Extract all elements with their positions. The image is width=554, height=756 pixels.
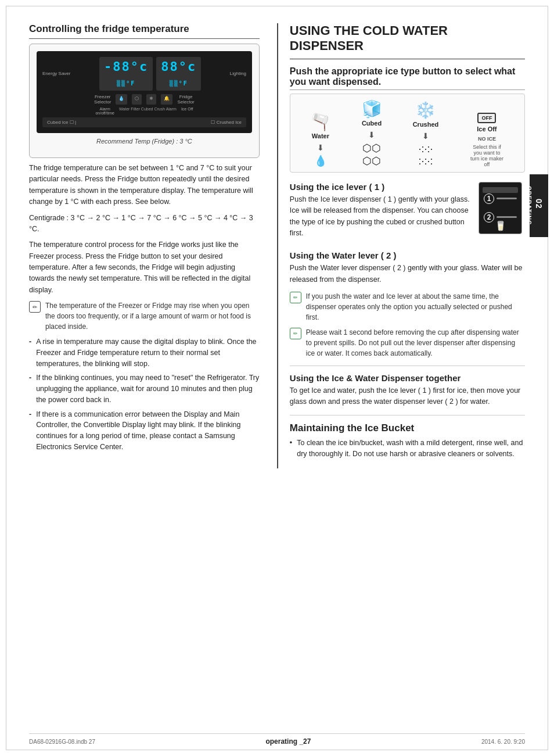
ice-lever-text: Using the ice lever ( 1 ) Push the Ice l… (290, 182, 473, 244)
bullet-list: - A rise in temperature may cause the di… (29, 336, 260, 453)
bullet-text-3: If there is a communication error betwee… (36, 409, 260, 453)
icons-row: FreezerSelector 💧 ⬡ ❄ 🔔 FridgeSelector (42, 94, 246, 105)
display-strip (483, 187, 518, 193)
lever-num-1: 1 (484, 194, 494, 204)
bullet-text-2: If the blinking continues, you may need … (36, 372, 260, 405)
lever1-title: Using the ice lever ( 1 ) (290, 182, 473, 192)
cubed-ice-label: Cubed Ice ☐ | (47, 120, 76, 125)
ice-off-label: Ice Off (477, 126, 497, 132)
water-sub: 💧 (314, 155, 327, 167)
crushed-label: Crushed (413, 121, 439, 128)
crushed-arrow: ⬇ (422, 131, 429, 141)
water-note-2: ✏ Please wait 1 second before removing t… (290, 327, 525, 359)
crushed-icon: ❄️ (415, 102, 436, 119)
note-text-1: The temperature of the Freezer or Fridge… (45, 300, 260, 332)
temp-display: -88°c▒▒°F 88°c▒▒°F (99, 57, 201, 91)
ice-lever-section: Using the ice lever ( 1 ) Push the Ice l… (290, 182, 525, 244)
cubed-btn: ⬡ (132, 94, 142, 105)
cubed-sub: ⬡⬡⬡⬡ (362, 142, 381, 167)
bullet-item-2: - If the blinking continues, you may nee… (29, 372, 260, 405)
crushed-btn: ❄ (146, 94, 156, 105)
fridge-bottom: Cubed Ice ☐ | ☐ Crushed Ice (42, 117, 246, 127)
lever-diagram: 1 2 🥛 (479, 182, 522, 234)
dispenser-icons: 🫗 Water ⬇ 💧 🧊 Cubed ⬇ ⬡⬡⬡⬡ ❄️ Crushed ⬇ … (290, 94, 525, 173)
side-tab-text: OPERATING (526, 186, 532, 225)
body-text-2: Centigrade : 3 °C → 2 °C → 1 °C → 7 °C →… (29, 213, 260, 235)
fridge-label: FridgeSelector (177, 94, 194, 105)
footer-page: operating _27 (265, 737, 311, 746)
crushed-ice-label: ☐ Crushed Ice (211, 120, 241, 125)
water-arrow: ⬇ (317, 143, 324, 152)
lighting-label: Lighting (230, 71, 246, 77)
side-tab-num: 02 (534, 199, 544, 209)
together-title: Using the Ice & Water Dispenser together (290, 373, 525, 383)
lever1-body: Push the Ice lever dispenser ( 1 ) gentl… (290, 194, 473, 239)
water-icon: 🫗 (310, 114, 330, 130)
freezer-label: FreezerSelector (94, 94, 111, 105)
no-ice-text: NO ICE (478, 136, 496, 142)
page-footer: DA68-02916G-08.indb 27 operating _27 201… (29, 733, 525, 746)
water-note-1: ✏ If you push the water and Ice lever at… (290, 291, 525, 323)
right-column: USING THE COLD WATER DISPENSER Push the … (278, 23, 525, 468)
bullet-text-1: A rise in temperature may cause the digi… (36, 336, 260, 369)
water-label: Water (312, 132, 329, 139)
freezer-temp: -88°c▒▒°F (99, 57, 153, 91)
cubed-icon: 🧊 (362, 101, 382, 117)
left-section-title: Controlling the fridge temperature (29, 23, 260, 39)
ice-off-box: OFF (477, 113, 496, 123)
no-ice-sub: Select this if you want to turn ice make… (469, 144, 504, 167)
water-note-icon-2: ✏ (290, 328, 301, 339)
recommend-text: Recommend Temp (Fridge) : 3 °C (37, 138, 252, 145)
fridge-panel: Energy Saver -88°c▒▒°F 88°c▒▒°F Lighting… (37, 51, 252, 133)
glass-icon: 🥛 (495, 220, 506, 231)
disp-crushed: ❄️ Crushed ⬇ ·:·:·:·:·: (413, 102, 439, 167)
note-icon-1: ✏ (29, 301, 41, 313)
bucket-body: To clean the ice bin/bucket, wash with a… (297, 438, 525, 460)
water-note-text-2: Please wait 1 second before removing the… (306, 327, 525, 359)
disp-water: 🫗 Water ⬇ 💧 (310, 114, 330, 167)
cubed-label: Cubed (362, 120, 382, 127)
body-text-1: The fridge temperature can be set betwee… (29, 163, 260, 208)
ice-off-label: Ice Off (181, 107, 193, 115)
bucket-bullet-marker: • (290, 438, 292, 465)
bucket-bullet: • To clean the ice bin/bucket, wash with… (290, 438, 525, 465)
disp-cubed: 🧊 Cubed ⬇ ⬡⬡⬡⬡ (362, 101, 382, 167)
lever2-title: Using the Water lever ( 2 ) (290, 250, 525, 260)
alarm-label: Alarmon/off/time (95, 107, 114, 115)
lever-diagram-container: 1 2 🥛 (479, 182, 525, 234)
alarm-btn: 🔔 (161, 94, 172, 105)
lever1-row: 1 (484, 191, 517, 206)
disp-labels: Water Filter Cubed Crush Alarm (119, 107, 177, 115)
push-subtitle: Push the appropriate ice type button to … (290, 66, 525, 90)
lever-num-2: 2 (484, 212, 494, 223)
footer-left: DA68-02916G-08.indb 27 (29, 739, 95, 745)
note-box-1: ✏ The temperature of the Freezer or Frid… (29, 300, 260, 332)
main-title: USING THE COLD WATER DISPENSER (290, 23, 525, 54)
bullet-dash-2: - (29, 372, 31, 405)
lever-line-1 (497, 198, 517, 199)
bullet-dash-1: - (29, 336, 31, 369)
bullet-item-3: - If there is a communication error betw… (29, 409, 260, 453)
disp-ice-off: OFF Ice Off NO ICE Select this if you wa… (469, 113, 504, 167)
together-body: To get Ice and water, push the Ice lever… (290, 385, 525, 408)
water-note-text-1: If you push the water and Ice lever at a… (306, 291, 525, 323)
water-note-icon-1: ✏ (290, 292, 301, 303)
footer-right: 2014. 6. 20. 9:20 (481, 739, 525, 745)
lever2-body: Push the Water lever dispenser ( 2 ) gen… (290, 263, 525, 285)
body-text-3: The temperature control process for the … (29, 239, 260, 296)
fridge-display-box: Energy Saver -88°c▒▒°F 88°c▒▒°F Lighting… (29, 44, 260, 158)
lever-line-2 (497, 216, 517, 218)
crushed-sub: ·:·:·:·:·: (418, 143, 433, 167)
bullet-dash-3: - (29, 409, 31, 453)
water-btn: 💧 (116, 94, 127, 105)
energy-saver-label: Energy Saver (42, 71, 70, 77)
bullet-item-1: - A rise in temperature may cause the di… (29, 336, 260, 369)
fridge-temp: 88°c▒▒°F (156, 57, 201, 91)
side-tab: 02 OPERATING (530, 174, 548, 237)
cubed-arrow: ⬇ (368, 130, 375, 139)
left-column: Controlling the fridge temperature Energ… (29, 23, 277, 468)
bucket-title: Maintaining the Ice Bucket (290, 422, 525, 434)
icons-row2: Alarmon/off/time Water Filter Cubed Crus… (42, 107, 246, 115)
